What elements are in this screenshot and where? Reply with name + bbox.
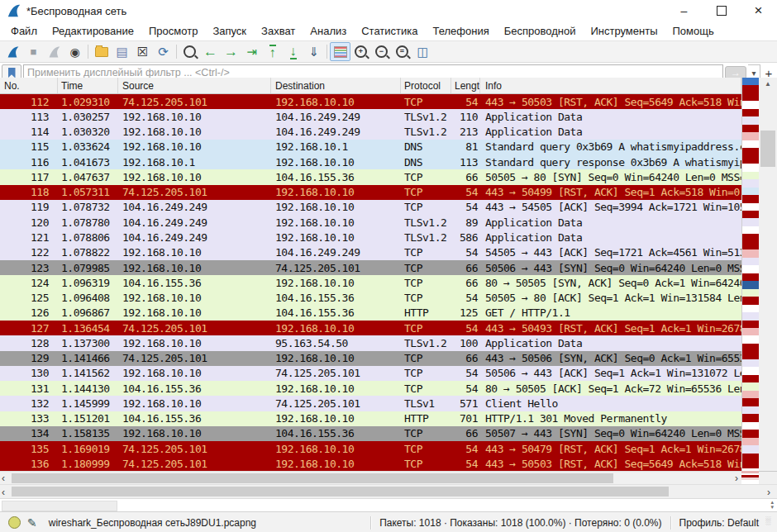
column-header-no[interactable]: No. (0, 78, 58, 93)
menu-захват[interactable]: Захват (254, 23, 303, 39)
start-capture-button[interactable] (2, 42, 23, 61)
packet-row-135[interactable]: 1351.16901974.125.205.101192.168.10.10TC… (0, 441, 741, 456)
column-header-time[interactable]: Time (58, 78, 118, 93)
packet-row-121[interactable]: 1211.078806104.16.249.249192.168.10.10TL… (0, 230, 741, 245)
packet-row-130[interactable]: 1301.141562192.168.10.1074.125.205.101TC… (0, 366, 741, 381)
intelligent-scrollbar-minimap[interactable] (741, 78, 760, 484)
restart-capture-button[interactable] (44, 42, 64, 61)
save-file-button[interactable]: ▤ (112, 42, 132, 61)
packet-row-123[interactable]: 1231.079985192.168.10.1074.125.205.101TC… (0, 260, 741, 275)
minimap-stripe (742, 242, 760, 249)
hscroll-right-arrow-icon[interactable]: › (735, 472, 738, 485)
packet-row-127[interactable]: 1271.13645474.125.205.101192.168.10.10TC… (0, 321, 741, 335)
open-file-button[interactable] (91, 42, 112, 61)
menu-беспроводной[interactable]: Беспроводной (497, 23, 584, 39)
zoom-in-button[interactable]: + (350, 42, 371, 61)
menu-помощь[interactable]: Помощь (665, 23, 722, 39)
packet-row-126[interactable]: 1261.096867192.168.10.10104.16.155.36HTT… (0, 306, 741, 321)
column-header-protocol[interactable]: Protocol (401, 78, 451, 93)
cell-info: 443 → 50506 [SYN, ACK] Seq=0 Ack=1 Win=6… (480, 352, 741, 364)
collapsed-pane-thumb[interactable] (2, 501, 117, 511)
zoom-out-button[interactable]: − (371, 42, 392, 61)
find-packet-button[interactable] (179, 42, 200, 61)
scroll-up-arrow-icon[interactable]: ▲ (759, 78, 777, 90)
close-button[interactable]: × (740, 0, 777, 21)
go-forward-button[interactable]: → (221, 42, 241, 61)
pane-spin-control[interactable]: ▴▾ (770, 500, 774, 510)
packet-row-129[interactable]: 1291.14146674.125.205.101192.168.10.10TC… (0, 351, 741, 366)
packet-list-header[interactable]: No.TimeSourceDestinationProtocolLengthIn… (0, 78, 741, 94)
toolbar-separator (327, 45, 327, 59)
profile-label[interactable]: Профиль: Default (673, 517, 766, 529)
hscrollbar2-thumb[interactable] (12, 487, 669, 496)
hscroll2-left-arrow-icon[interactable]: ‹ (2, 485, 5, 499)
zoom-normal-button[interactable]: = (392, 42, 412, 61)
cell-dst: 104.16.155.36 (271, 292, 401, 304)
packet-row-117[interactable]: 1171.047637192.168.10.10104.16.155.36TCP… (0, 169, 741, 184)
colorize-button[interactable] (330, 42, 350, 61)
title-bar: *Беспроводная сеть – × (0, 0, 777, 21)
packet-row-118[interactable]: 1181.05731174.125.205.101192.168.10.10TC… (0, 185, 741, 200)
packet-row-120[interactable]: 1201.078780104.16.249.249192.168.10.10TL… (0, 215, 741, 230)
go-last-button[interactable]: ↓ (283, 42, 303, 61)
cell-time: 1.141466 (58, 352, 118, 364)
cell-src: 192.168.10.10 (118, 306, 271, 319)
packet-row-131[interactable]: 1311.144130104.16.155.36192.168.10.10TCP… (0, 381, 741, 396)
packet-row-114[interactable]: 1141.030320192.168.10.10104.16.249.249TL… (0, 125, 741, 140)
stop-square-icon: ■ (31, 46, 37, 57)
go-back-button[interactable]: ← (200, 42, 221, 61)
secondary-hscrollbar[interactable]: ‹ › (0, 484, 777, 499)
hscroll-left-arrow-icon[interactable]: ‹ (2, 472, 5, 485)
column-header-info[interactable]: Info (480, 78, 741, 93)
packet-row-112[interactable]: 1121.02931074.125.205.101192.168.10.10TC… (0, 94, 741, 109)
menu-статистика[interactable]: Статистика (354, 23, 425, 39)
auto-scroll-button[interactable]: ⇓ (303, 42, 324, 61)
cell-info: 50505 → 80 [ACK] Seq=1 Ack=1 Win=131584 … (480, 292, 741, 304)
packet-row-133[interactable]: 1331.151201104.16.155.36192.168.10.10HTT… (0, 411, 741, 426)
menu-просмотр[interactable]: Просмотр (141, 23, 205, 39)
spin-down-icon[interactable]: ▾ (770, 505, 774, 510)
packet-row-122[interactable]: 1221.078822192.168.10.10104.16.249.249TC… (0, 245, 741, 260)
vertical-scrollbar-thumb[interactable] (760, 131, 775, 167)
column-header-destination[interactable]: Destination (271, 78, 401, 93)
column-header-length[interactable]: Length (451, 78, 480, 93)
cell-len: 66 (451, 171, 480, 183)
packet-row-136[interactable]: 1361.18099974.125.205.101192.168.10.10TC… (0, 456, 741, 471)
maximize-button[interactable] (703, 0, 740, 21)
hscrollbar-thumb[interactable] (12, 473, 613, 483)
expert-info-icon[interactable] (8, 516, 21, 529)
menu-редактирование[interactable]: Редактирование (45, 23, 141, 39)
capture-comment-pencil-icon[interactable]: ✎ (27, 516, 37, 530)
menu-инструменты[interactable]: Инструменты (583, 23, 665, 39)
packet-row-134[interactable]: 1341.158135192.168.10.10104.16.155.36TCP… (0, 426, 741, 441)
menu-файл[interactable]: Файл (3, 23, 45, 39)
hscroll2-right-arrow-icon[interactable]: › (767, 485, 770, 499)
cell-proto: TCP (401, 96, 451, 108)
capture-options-button[interactable]: ◉ (64, 42, 85, 61)
packet-row-124[interactable]: 1241.096319104.16.155.36192.168.10.10TCP… (0, 275, 741, 290)
go-first-button[interactable]: ↑ (262, 42, 283, 61)
go-to-packet-button[interactable]: ⇥ (241, 42, 262, 61)
cell-dst: 192.168.10.10 (271, 458, 401, 470)
packet-list-hscrollbar[interactable]: ‹ › (0, 471, 741, 485)
close-file-button[interactable]: ☒ (132, 42, 153, 61)
column-header-source[interactable]: Source (118, 78, 271, 93)
packet-row-119[interactable]: 1191.078732104.16.249.249192.168.10.10TC… (0, 200, 741, 215)
reload-file-button[interactable]: ⟳ (153, 42, 174, 61)
packet-row-116[interactable]: 1161.041673192.168.10.1192.168.10.10DNS1… (0, 154, 741, 169)
cell-no: 125 (0, 292, 58, 304)
vertical-scrollbar[interactable]: ▲ ▼ (759, 78, 777, 484)
packet-row-128[interactable]: 1281.137300192.168.10.1095.163.54.50TLSv… (0, 335, 741, 350)
resize-grip-icon[interactable]: ░ (765, 518, 775, 528)
menu-телефония[interactable]: Телефония (425, 23, 496, 39)
resize-columns-button[interactable]: ◫ (412, 42, 433, 61)
minimize-button[interactable]: – (665, 0, 703, 21)
menu-анализ[interactable]: Анализ (303, 23, 354, 39)
stop-capture-button[interactable]: ■ (23, 42, 44, 61)
packet-row-125[interactable]: 1251.096408192.168.10.10104.16.155.36TCP… (0, 290, 741, 305)
packet-row-113[interactable]: 1131.030257192.168.10.10104.16.249.249TL… (0, 109, 741, 124)
menu-запуск[interactable]: Запуск (205, 23, 254, 39)
packet-row-115[interactable]: 1151.033624192.168.10.10192.168.10.1DNS8… (0, 140, 741, 154)
cell-src: 104.16.155.36 (118, 412, 271, 425)
packet-row-132[interactable]: 1321.145999192.168.10.1074.125.205.101TL… (0, 396, 741, 411)
